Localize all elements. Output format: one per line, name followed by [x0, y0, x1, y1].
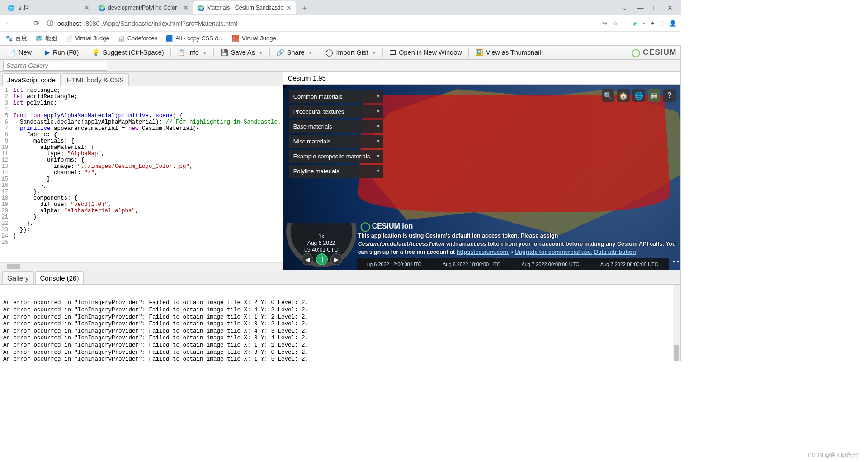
- editor-scrollbar[interactable]: [0, 262, 283, 270]
- new-button[interactable]: 📄New: [4, 48, 35, 58]
- minimize-icon[interactable]: —: [637, 4, 644, 11]
- console-scrollbar[interactable]: [673, 285, 680, 361]
- info-button[interactable]: 📋Info▼: [174, 48, 211, 58]
- close-icon[interactable]: ✕: [84, 4, 90, 11]
- run-button[interactable]: ▶Run (F8): [41, 48, 82, 57]
- bookmark-vj2[interactable]: 🧱Virtual Judge: [232, 35, 276, 42]
- bookmark-cf[interactable]: 📊Codeforces: [118, 35, 157, 42]
- tab-javascript[interactable]: JavaScript code: [2, 73, 61, 86]
- timeline-tick: Aug 7 2022 06:00:00 UTC: [600, 262, 658, 267]
- material-dropdown-1[interactable]: Procedural textures: [289, 105, 384, 118]
- scrollbar-thumb[interactable]: [674, 345, 679, 361]
- console-line: An error occurred in "IonImageryProvider…: [3, 307, 678, 314]
- share-icon[interactable]: ↪: [602, 20, 607, 27]
- extensions-icon[interactable]: ✦: [650, 20, 655, 27]
- animation-widget[interactable]: 1x Aug 6 2022 09:40:01 UTC ◀ ⏸ ▶: [286, 223, 357, 267]
- bookmark-baidu[interactable]: 🐾百度: [5, 34, 27, 43]
- home-icon[interactable]: 🏠: [617, 89, 630, 102]
- projection-icon[interactable]: 🌐: [632, 89, 645, 102]
- browser-tab-2[interactable]: 🌍 Materials - Cesium Sandcastle ✕: [193, 1, 297, 14]
- code-tabstrip: JavaScript code HTML body & CSS: [0, 72, 283, 86]
- bookmarks-bar: 🐾百度 🗺️地图 📄Virtual Judge 📊Codeforces 🟦All…: [0, 32, 681, 45]
- cesium-icon: 🌍: [198, 5, 204, 11]
- viewer-toolbar: 🔍 🏠 🌐 ▦ ?: [602, 89, 676, 102]
- material-dropdown-2[interactable]: Base materials: [289, 120, 384, 133]
- material-dropdown-0[interactable]: Common materials: [289, 90, 384, 103]
- browser-tab-1[interactable]: 🌍 development/Polyline Color - ✕: [94, 1, 193, 14]
- code-editor[interactable]: 1234567891011121314151617181920212223242…: [0, 86, 283, 262]
- url-port: :8080: [84, 20, 99, 27]
- bars-icon: 📊: [118, 35, 125, 42]
- reload-icon[interactable]: ⟳: [32, 19, 41, 28]
- material-dropdown-5[interactable]: Polyline materials: [289, 165, 384, 178]
- fullscreen-icon[interactable]: ⛶: [672, 261, 679, 269]
- materials-panel: Common materialsProcedural texturesBase …: [289, 90, 384, 178]
- url-path: /Apps/Sandcastle/index.html?src=Material…: [102, 20, 237, 27]
- back-icon[interactable]: ←: [5, 19, 14, 28]
- omnibox[interactable]: ⓘ localhost:8080/Apps/Sandcastle/index.h…: [45, 19, 598, 28]
- cesium-logo: ◯CESIUM: [632, 48, 677, 57]
- block-icon: 🧱: [232, 35, 239, 42]
- material-dropdown-4[interactable]: Example composite materials: [289, 150, 384, 163]
- view-thumbnail-button[interactable]: 🖼️View as Thumbnail: [472, 48, 545, 58]
- saveas-button[interactable]: 💾Save As▼: [217, 48, 267, 58]
- play-reverse-icon[interactable]: ◀: [302, 253, 313, 265]
- upgrade-link[interactable]: Upgrade for commercial use.: [514, 249, 592, 255]
- play-forward-icon[interactable]: ▶: [330, 253, 342, 265]
- material-dropdown-3[interactable]: Misc materials: [289, 135, 384, 148]
- search-gallery-input[interactable]: [3, 61, 107, 71]
- code-body[interactable]: let rectangle;let worldRectangle;let pol…: [11, 86, 283, 262]
- close-icon[interactable]: ✕: [286, 4, 292, 11]
- tab-title: Materials - Cesium Sandcastle: [207, 5, 284, 11]
- tabs-dropdown-icon[interactable]: ⌄: [622, 4, 627, 11]
- clock-controls: ◀ ⏸ ▶: [302, 253, 342, 265]
- close-window-icon[interactable]: ✕: [667, 4, 673, 11]
- cesium-ion-badge: ◯CESIUM ion: [360, 221, 413, 232]
- import-gist-button[interactable]: ◯Import Gist▼: [322, 48, 380, 57]
- cesium-viewer[interactable]: Common materialsProcedural texturesBase …: [283, 85, 680, 270]
- share-button[interactable]: 🔗Share▼: [273, 48, 316, 58]
- chevron-down-icon: ▼: [259, 50, 263, 55]
- baselayer-icon[interactable]: ▦: [648, 89, 660, 102]
- data-attribution-link[interactable]: Data attribution: [594, 249, 636, 255]
- paw-icon: 🐾: [5, 35, 13, 42]
- console-line: An error occurred in "IonImageryProvider…: [3, 356, 678, 361]
- window-controls: ⌄ — □ ✕: [622, 4, 681, 11]
- window-icon: 🗔: [389, 49, 396, 56]
- bookmark-copycss[interactable]: 🟦All - copy CSS &...: [165, 35, 224, 42]
- chevron-down-icon: ▼: [372, 50, 376, 55]
- new-tab-button[interactable]: ＋: [296, 2, 313, 13]
- profile-icon[interactable]: 👤: [669, 20, 676, 27]
- maximize-icon[interactable]: □: [654, 4, 657, 11]
- browser-tab-0[interactable]: 🌐 文档 ✕: [4, 1, 94, 14]
- play-icon: ▶: [45, 49, 50, 56]
- square-icon: 🟦: [165, 35, 173, 42]
- forward-icon[interactable]: →: [18, 19, 27, 28]
- pause-icon[interactable]: ⏸: [316, 253, 328, 265]
- tab-gallery[interactable]: Gallery: [2, 271, 34, 284]
- sidepanel-icon[interactable]: ▯: [660, 20, 664, 27]
- console-output[interactable]: An error occurred in "IonImageryProvider…: [0, 285, 681, 361]
- search-icon[interactable]: 🔍: [602, 89, 614, 102]
- material-rectangle: [357, 95, 671, 212]
- site-info-icon[interactable]: ⓘ: [47, 19, 53, 28]
- scrollbar-thumb[interactable]: [7, 264, 20, 269]
- tab-html-css[interactable]: HTML body & CSS: [62, 73, 129, 86]
- bookmark-vj1[interactable]: 📄Virtual Judge: [65, 35, 109, 42]
- shield-icon[interactable]: ◈: [632, 20, 637, 27]
- bookmark-map[interactable]: 🗺️地图: [35, 34, 57, 43]
- main-split: JavaScript code HTML body & CSS 12345678…: [0, 72, 681, 270]
- line-gutter: 1234567891011121314151617181920212223242…: [0, 86, 11, 262]
- open-new-window-button[interactable]: 🗔Open in New Window: [386, 48, 465, 57]
- cesium-icon: 🌍: [99, 5, 105, 11]
- timeline[interactable]: ug 6 2022 12:00:00 UTCAug 6 2022 18:00:0…: [357, 258, 669, 270]
- bookmark-star-icon[interactable]: ☆: [613, 20, 618, 27]
- ext-block-icon[interactable]: ▪: [642, 20, 645, 27]
- close-icon[interactable]: ✕: [183, 4, 189, 11]
- help-icon[interactable]: ?: [663, 89, 676, 102]
- tab-console[interactable]: Console (26): [35, 271, 84, 284]
- cesium-link[interactable]: https://cesium.com.: [457, 249, 509, 255]
- suggest-button[interactable]: 💡Suggest (Ctrl-Space): [88, 48, 167, 58]
- address-bar: ← → ⟳ ⓘ localhost:8080/Apps/Sandcastle/i…: [0, 15, 681, 32]
- search-row: [0, 60, 681, 72]
